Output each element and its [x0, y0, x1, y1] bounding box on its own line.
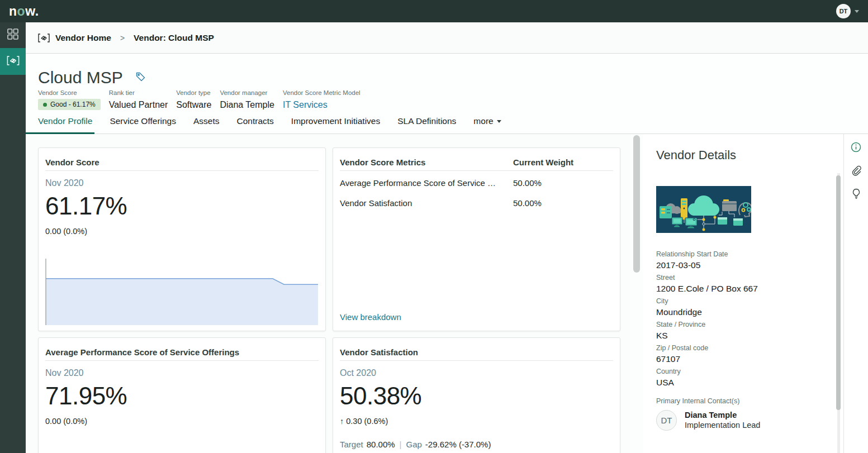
kpi-change: 0.00 (0.0%): [45, 226, 319, 236]
gap-value: -29.62% (-37.0%): [425, 440, 491, 449]
detail-value: 1200 E.Cole / PO Box 667: [656, 283, 830, 294]
main-scrollbar-thumb[interactable]: [633, 135, 640, 273]
dashboard-canvas: Vendor Score Nov 2020 61.17% 0.00 (0.0%)…: [26, 134, 630, 453]
metric-row: Average Performance Score of Service … 5…: [340, 178, 613, 188]
detail-label: Relationship Start Date: [656, 250, 830, 259]
field-vendor-score: Vendor Score Good - 61.17%: [38, 89, 101, 111]
lightbulb-icon: [852, 188, 861, 202]
contacts-label: Primary Internal Contact(s): [656, 397, 830, 406]
vendor-score-metrics-card: Vendor Score Metrics Current Weight Aver…: [333, 147, 620, 331]
paperclip-icon: [851, 165, 861, 178]
grid-icon: [7, 28, 19, 42]
tab-more[interactable]: more: [473, 116, 501, 133]
panel-scrollbar-thumb[interactable]: [836, 175, 841, 410]
breadcrumb-separator: >: [120, 34, 125, 42]
kpi-value: 50.38%: [340, 383, 613, 409]
tab-service-offerings[interactable]: Service Offerings: [110, 116, 176, 133]
tab-label: Contracts: [237, 116, 274, 126]
metric-weight: 50.00%: [513, 178, 613, 188]
detail-label: State / Province: [656, 321, 830, 329]
detail-state-province: State / Province KS: [656, 321, 830, 341]
status-badge-text: Good - 61.17%: [50, 101, 96, 108]
view-breakdown-link[interactable]: View breakdown: [340, 312, 401, 322]
detail-zip: Zip / Postal code 67107: [656, 344, 830, 364]
divider: [45, 360, 319, 361]
detail-label: Street: [656, 274, 830, 282]
field-vendor-manager: Vendor manager Diana Temple: [220, 89, 274, 111]
tab-sla-definitions[interactable]: SLA Definitions: [397, 116, 456, 133]
tab-improvement-initiatives[interactable]: Improvement Initiatives: [291, 116, 380, 133]
detail-value: USA: [656, 377, 830, 388]
field-label: Rank tier: [109, 89, 168, 97]
tab-label: Vendor Profile: [38, 116, 92, 126]
target-gap-row: Target 80.00% | Gap -29.62% (-37.0%): [340, 440, 613, 449]
detail-label: Country: [656, 368, 830, 376]
avatar: DT: [656, 410, 677, 431]
kpi-period: Nov 2020: [45, 368, 319, 378]
detail-value: 67107: [656, 354, 830, 364]
target-label: Target: [340, 440, 363, 449]
info-button[interactable]: [851, 142, 862, 154]
tab-contracts[interactable]: Contracts: [237, 116, 274, 133]
page-title: Cloud MSP: [38, 68, 123, 87]
attachments-button[interactable]: [851, 166, 862, 177]
contact-row: DT Diana Temple Implementation Lead: [656, 410, 830, 431]
user-menu-button[interactable]: DT: [836, 4, 859, 18]
contact-role: Implementation Lead: [685, 421, 760, 430]
metric-row: Vendor Satisfaction 50.00%: [340, 198, 613, 208]
card-title: Vendor Score Metrics: [340, 158, 513, 167]
tab-vendor-profile[interactable]: Vendor Profile: [38, 116, 92, 133]
kpi-change: ↑ 0.30 (0.6%): [340, 416, 613, 426]
tag-icon[interactable]: [135, 71, 146, 84]
detail-country: Country USA: [656, 368, 830, 388]
header-fields: Vendor Score Good - 61.17% Rank tier Val…: [38, 89, 868, 111]
status-dot-icon: [43, 103, 47, 107]
field-rank-tier: Rank tier Valued Partner: [109, 89, 168, 111]
servicenow-logo: now.: [9, 4, 39, 19]
breadcrumb: Vendor Home > Vendor: Cloud MSP: [26, 22, 868, 54]
field-score-metric-model: Vendor Score Metric Model IT Services: [283, 89, 361, 111]
kpi-change: 0.00 (0.0%): [45, 416, 319, 426]
tab-assets[interactable]: Assets: [193, 116, 220, 133]
detail-value: Moundridge: [656, 307, 830, 317]
tab-label: SLA Definitions: [397, 116, 456, 126]
logo-text: n: [9, 4, 17, 18]
detail-city: City Moundridge: [656, 297, 830, 317]
metric-name: Average Performance Score of Service …: [340, 178, 513, 188]
divider: [340, 360, 613, 361]
avatar: DT: [836, 4, 851, 18]
logo-text: w.: [25, 4, 39, 18]
detail-street: Street 1200 E.Cole / PO Box 667: [656, 274, 830, 294]
sidebar-item-workspaces[interactable]: [0, 22, 26, 48]
tab-label: Service Offerings: [110, 116, 176, 126]
tab-bar: Vendor Profile Service Offerings Assets …: [38, 116, 501, 133]
field-value: Valued Partner: [109, 99, 168, 111]
chevron-down-icon: [855, 10, 859, 13]
vendor-manager-workspace: now. DT: [0, 0, 868, 453]
kpi-period: Nov 2020: [45, 178, 319, 188]
main-scrollbar-track: [630, 134, 643, 453]
insights-button[interactable]: [851, 189, 862, 201]
record-header: Cloud MSP Vendor Score Good - 61.17% Ran…: [26, 54, 868, 134]
tab-label: Improvement Initiatives: [291, 116, 380, 126]
info-icon: [851, 142, 861, 155]
field-vendor-type: Vendor type Software: [176, 89, 211, 111]
chevron-down-icon: [497, 120, 501, 123]
field-value: Diana Temple: [220, 99, 274, 111]
logo-text: o: [17, 4, 26, 18]
vendor-score-card: Vendor Score Nov 2020 61.17% 0.00 (0.0%): [38, 147, 326, 331]
field-label: Vendor manager: [220, 89, 274, 97]
field-value: Software: [176, 99, 211, 111]
handshake-icon: [7, 56, 20, 68]
vendor-satisfaction-card: Vendor Satisfaction Oct 2020 50.38% ↑ 0.…: [333, 337, 620, 453]
breadcrumb-current: Vendor: Cloud MSP: [134, 33, 214, 43]
sidebar-item-vendor-home[interactable]: [0, 48, 26, 75]
metric-model-link[interactable]: IT Services: [283, 99, 361, 111]
card-title: Vendor Satisfaction: [340, 347, 613, 357]
kpi-period: Oct 2020: [340, 368, 613, 378]
breadcrumb-root[interactable]: Vendor Home: [55, 33, 111, 43]
details-fields: Relationship Start Date 2017-03-05 Stree…: [656, 250, 830, 388]
detail-value: 2017-03-05: [656, 260, 830, 270]
metric-name: Vendor Satisfaction: [340, 198, 513, 208]
app-sidebar: [0, 22, 26, 453]
